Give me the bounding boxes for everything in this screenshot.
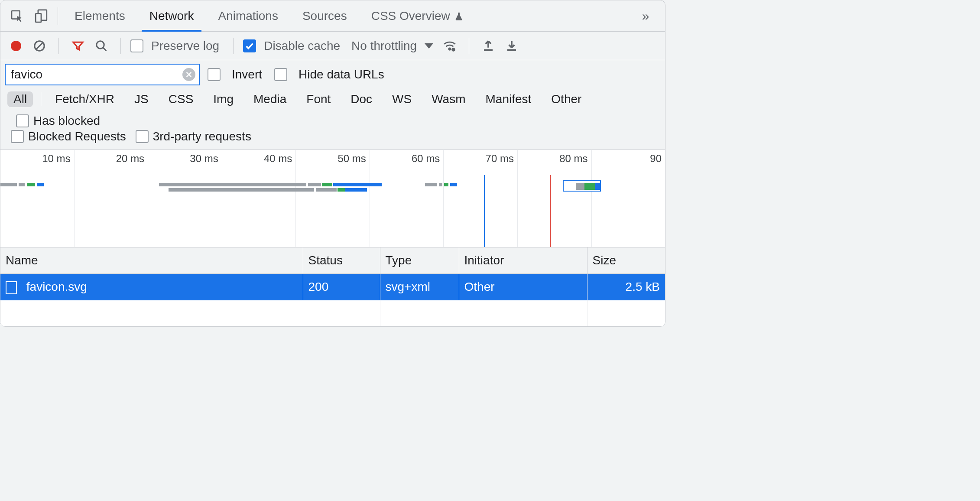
type-filter-media[interactable]: Media — [247, 91, 292, 107]
throttling-select[interactable]: No throttling — [349, 39, 436, 53]
request-table: Name Status Type Initiator Size favicon.… — [0, 247, 665, 326]
type-filter-font[interactable]: Font — [300, 91, 337, 107]
waterfall-tick: 90 — [592, 150, 665, 247]
cell-status: 200 — [303, 274, 380, 300]
waterfall-tick: 80 ms — [518, 150, 592, 247]
record-button[interactable] — [11, 41, 21, 51]
throttling-label: No throttling — [351, 39, 417, 53]
waterfall-tick: 40 ms — [222, 150, 296, 247]
type-filter-js[interactable]: JS — [128, 91, 155, 107]
flask-icon — [454, 11, 464, 22]
third-party-label: 3rd-party requests — [153, 130, 251, 143]
waterfall-tick: 60 ms — [370, 150, 444, 247]
devtools-tabs-bar: ElementsNetworkAnimationsSourcesCSS Over… — [0, 0, 665, 32]
search-icon[interactable] — [92, 36, 111, 55]
waterfall-tick-label: 40 ms — [264, 153, 292, 165]
svg-line-6 — [103, 47, 107, 51]
column-header-initiator[interactable]: Initiator — [459, 247, 587, 274]
separator — [58, 7, 58, 25]
third-party-checkbox[interactable] — [136, 130, 149, 143]
has-blocked-checkbox[interactable] — [16, 114, 29, 127]
type-filter-fetch-xhr[interactable]: Fetch/XHR — [49, 91, 120, 107]
disable-cache-label: Disable cache — [264, 39, 340, 53]
has-blocked-label: Has blocked — [33, 114, 100, 128]
cell-name: favicon.svg — [26, 280, 87, 293]
svg-rect-9 — [484, 49, 493, 51]
import-har-icon[interactable] — [502, 36, 521, 55]
separator — [58, 38, 59, 54]
type-filter-css[interactable]: CSS — [162, 91, 200, 107]
tab-animations[interactable]: Animations — [206, 0, 290, 32]
column-header-size[interactable]: Size — [587, 247, 665, 274]
clear-icon[interactable] — [30, 36, 49, 55]
waterfall-tick-label: 90 — [650, 153, 662, 165]
invert-label: Invert — [232, 68, 262, 81]
column-header-name[interactable]: Name — [0, 247, 303, 274]
filter-icon[interactable] — [68, 36, 88, 55]
cell-initiator: Other — [459, 274, 587, 300]
filter-input[interactable] — [6, 68, 182, 81]
file-icon — [6, 281, 17, 294]
inspect-element-icon[interactable] — [5, 4, 29, 28]
waterfall-tick-label: 50 ms — [337, 153, 366, 165]
svg-rect-10 — [507, 49, 516, 51]
separator — [120, 38, 121, 54]
hide-data-urls-checkbox[interactable] — [274, 68, 287, 81]
type-filter-row: AllFetch/XHRJSCSSImgMediaFontDocWSWasmMa… — [0, 89, 665, 130]
filter-bar: Invert Hide data URLs — [0, 60, 665, 89]
disable-cache-checkbox[interactable] — [243, 39, 256, 52]
column-header-type[interactable]: Type — [380, 247, 459, 274]
type-filter-other[interactable]: Other — [545, 91, 587, 107]
type-filter-manifest[interactable]: Manifest — [480, 91, 538, 107]
separator — [41, 92, 41, 106]
type-filter-wasm[interactable]: Wasm — [425, 91, 471, 107]
tab-network[interactable]: Network — [137, 0, 206, 32]
cell-size: 2.5 kB — [587, 274, 665, 300]
waterfall-tick-label: 20 ms — [116, 153, 144, 165]
device-toolbar-icon[interactable] — [29, 4, 53, 28]
preserve-log-checkbox[interactable] — [130, 39, 143, 52]
waterfall-tick: 70 ms — [444, 150, 518, 247]
svg-point-7 — [449, 48, 451, 49]
svg-point-8 — [451, 48, 455, 52]
svg-point-5 — [97, 41, 104, 49]
type-filter-row-2: Blocked Requests 3rd-party requests — [0, 130, 665, 150]
table-row-empty — [0, 300, 665, 326]
blocked-requests-label: Blocked Requests — [28, 130, 126, 143]
waterfall-tick: 20 ms — [75, 150, 149, 247]
more-tabs-icon[interactable]: » — [630, 9, 661, 23]
waterfall-tick: 10 ms — [0, 150, 75, 247]
waterfall-tick: 30 ms — [148, 150, 222, 247]
type-filter-ws[interactable]: WS — [386, 91, 418, 107]
preserve-log-label: Preserve log — [151, 39, 219, 53]
tab-css-overview[interactable]: CSS Overview — [359, 0, 476, 32]
chevron-down-icon — [425, 43, 433, 49]
tab-sources[interactable]: Sources — [290, 0, 359, 32]
type-filter-all[interactable]: All — [7, 91, 33, 107]
table-row[interactable]: favicon.svg 200 svg+xml Other 2.5 kB — [0, 274, 665, 300]
svg-line-4 — [36, 42, 43, 49]
cell-type: svg+xml — [380, 274, 459, 300]
waterfall-tick-label: 80 ms — [559, 153, 587, 165]
waterfall-tick-label: 60 ms — [412, 153, 440, 165]
type-filter-doc[interactable]: Doc — [344, 91, 378, 107]
type-filter-img[interactable]: Img — [207, 91, 240, 107]
svg-rect-2 — [36, 13, 41, 22]
filter-input-wrap — [5, 64, 200, 85]
waterfall-tick-label: 70 ms — [486, 153, 514, 165]
waterfall-tick: 50 ms — [296, 150, 370, 247]
waterfall-tick-label: 30 ms — [190, 153, 218, 165]
column-header-status[interactable]: Status — [303, 247, 380, 274]
separator — [233, 38, 234, 54]
clear-filter-icon[interactable] — [182, 68, 195, 81]
invert-checkbox[interactable] — [208, 68, 221, 81]
separator — [469, 38, 469, 54]
tab-elements[interactable]: Elements — [62, 0, 137, 32]
blocked-requests-checkbox[interactable] — [11, 130, 24, 143]
network-conditions-icon[interactable] — [440, 36, 459, 55]
waterfall-tick-label: 10 ms — [42, 153, 70, 165]
export-har-icon[interactable] — [479, 36, 498, 55]
hide-data-urls-label: Hide data URLs — [299, 68, 384, 81]
network-toolbar: Preserve log Disable cache No throttling — [0, 32, 665, 60]
waterfall-overview[interactable]: 10 ms20 ms30 ms40 ms50 ms60 ms70 ms80 ms… — [0, 150, 665, 247]
